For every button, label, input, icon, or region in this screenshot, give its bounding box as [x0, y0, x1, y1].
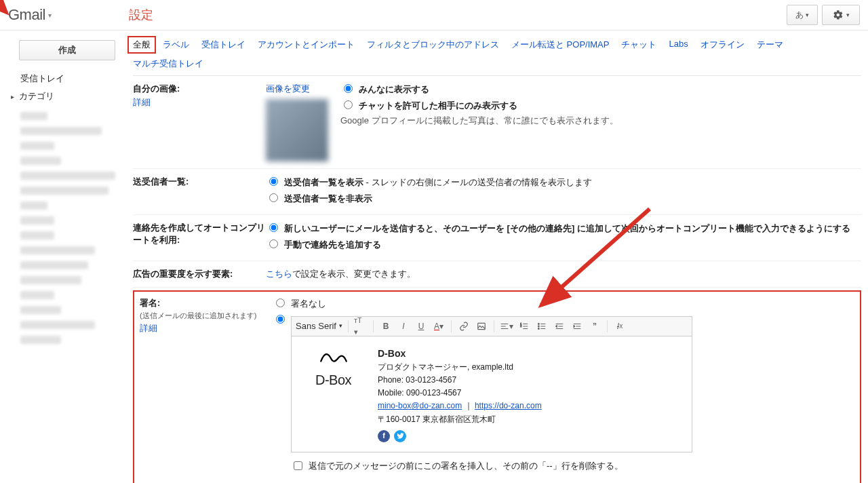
- radio-auto-add[interactable]: 新しいユーザーにメールを送信すると、そのユーザーを [その他の連絡先] に追加し…: [266, 222, 861, 235]
- content: 全般 ラベル 受信トレイ アカウントとインポート フィルタとブロック中のアドレス…: [133, 31, 868, 483]
- topbar-right: あ ▾ ▾: [787, 5, 860, 25]
- tab-filters-blocked[interactable]: フィルタとブロック中のアドレス: [367, 39, 499, 51]
- clear-format-btn[interactable]: Ix: [613, 320, 627, 333]
- main: 作成 受信トレイ カテゴリ 全般: [0, 31, 868, 483]
- ime-button[interactable]: あ ▾: [787, 5, 818, 25]
- section-ads: 広告の重要度を示す要素: こちらで設定を表示、変更できます。: [133, 261, 861, 288]
- gear-icon: [833, 9, 844, 20]
- gmail-logo[interactable]: Gmail ▾: [8, 6, 129, 24]
- section-body: 画像を変更 みんなに表示する チャットを許可した相手にのみ表示する Google…: [266, 83, 861, 161]
- settings-tabs: 全般 ラベル 受信トレイ アカウントとインポート フィルタとブロック中のアドレス…: [133, 31, 861, 76]
- tab-labels[interactable]: ラベル: [163, 39, 189, 51]
- numbered-list-btn[interactable]: 12: [517, 320, 531, 333]
- gmail-logo-text: Gmail: [8, 6, 45, 24]
- sidebar-blurred-items: [20, 112, 106, 344]
- radio-no-signature[interactable]: 署名なし: [273, 297, 854, 311]
- underline-btn[interactable]: U: [414, 320, 428, 333]
- radio-people-hide[interactable]: 送受信者一覧を非表示: [266, 192, 861, 206]
- settings-gear-button[interactable]: ▾: [822, 5, 860, 25]
- radio-show-all[interactable]: みんなに表示する: [340, 83, 618, 96]
- image-btn[interactable]: [475, 320, 488, 333]
- caret-down-icon: ▾: [48, 12, 52, 19]
- section-signature-highlight: 署名: (送信メールの最後に追加されます) 詳細 署名なし Sans Serif…: [133, 290, 861, 483]
- signature-detail-link[interactable]: 詳細: [140, 322, 273, 334]
- indent-more-btn[interactable]: [570, 320, 584, 333]
- radio-manual-add[interactable]: 手動で連絡先を追加する: [266, 238, 861, 252]
- svg-text:2: 2: [520, 325, 521, 328]
- signature-email-link[interactable]: mino-box@do-zan.com: [378, 401, 462, 410]
- insert-signature-checkbox-row[interactable]: 返信で元のメッセージの前にこの署名を挿入し、その前の「--」行を削除する。: [291, 459, 692, 473]
- facebook-icon[interactable]: f: [378, 430, 390, 442]
- radio-show-chat-only[interactable]: チャットを許可した相手にのみ表示する: [340, 99, 618, 113]
- change-image-link[interactable]: 画像を変更: [266, 83, 310, 94]
- signature-social: f: [378, 430, 542, 442]
- indent-less-btn[interactable]: [553, 320, 566, 333]
- detail-link[interactable]: 詳細: [133, 96, 266, 109]
- radio-people-show[interactable]: 送受信者一覧を表示 - スレッドの右側にメールの送受信者の情報を表示します: [266, 176, 861, 189]
- profile-note: Google プロフィールに掲載した写真は、常に誰にでも表示されます。: [340, 115, 618, 127]
- sidebar-item-categories[interactable]: カテゴリ: [4, 88, 133, 105]
- tab-multi-inbox[interactable]: マルチ受信トレイ: [133, 58, 208, 70]
- tab-offline[interactable]: オフライン: [701, 39, 745, 51]
- twitter-icon[interactable]: [394, 430, 406, 442]
- section-label: 自分の画像: 詳細: [133, 83, 266, 109]
- font-size-btn[interactable]: тT ▾: [354, 320, 368, 333]
- editor-body[interactable]: D-Box D-Box プロダクトマネージャー, example.ltd Pho…: [292, 336, 692, 452]
- tab-accounts-import[interactable]: アカウントとインポート: [258, 39, 355, 51]
- page-title: 設定: [129, 7, 153, 23]
- svg-point-4: [538, 326, 539, 327]
- radio-use-signature[interactable]: [276, 315, 285, 324]
- tab-labs[interactable]: Labs: [669, 39, 688, 51]
- compose-button[interactable]: 作成: [19, 40, 115, 60]
- section-people-widget: 送受信者一覧: 送受信者一覧を表示 - スレッドの右側にメールの送受信者の情報を…: [133, 169, 861, 215]
- tab-forwarding-pop-imap[interactable]: メール転送と POP/IMAP: [511, 39, 609, 51]
- bold-btn[interactable]: B: [379, 320, 393, 333]
- tab-chat[interactable]: チャット: [621, 39, 656, 51]
- signature-editor: Sans Serif▾ тT ▾ B I U A▾: [291, 316, 692, 452]
- text-color-btn[interactable]: A▾: [432, 320, 446, 333]
- tab-themes[interactable]: テーマ: [757, 39, 783, 51]
- section-label: 署名: (送信メールの最後に追加されます) 詳細: [140, 297, 273, 334]
- tab-inbox[interactable]: 受信トレイ: [201, 39, 245, 51]
- signature-logo: D-Box: [301, 346, 366, 442]
- bullet-list-btn[interactable]: [535, 320, 549, 333]
- section-signature: 署名: (送信メールの最後に追加されます) 詳細 署名なし Sans Serif…: [140, 297, 854, 482]
- sidebar-item-inbox[interactable]: 受信トレイ: [4, 70, 133, 88]
- editor-toolbar: Sans Serif▾ тT ▾ B I U A▾: [292, 317, 692, 336]
- section-autocomplete: 連絡先を作成してオートコンプリートを利用: 新しいユーザーにメールを送信すると、…: [133, 215, 861, 261]
- svg-point-3: [538, 323, 539, 324]
- insert-signature-checkbox[interactable]: [294, 461, 302, 470]
- topbar: Gmail ▾ 設定 あ ▾ ▾: [0, 0, 868, 31]
- wave-icon: [301, 346, 366, 370]
- link-btn[interactable]: [457, 320, 471, 333]
- signature-url-link[interactable]: https://do-zan.com: [475, 401, 542, 410]
- signature-details: D-Box プロダクトマネージャー, example.ltd Phone: 03…: [378, 346, 542, 442]
- section-profile-image: 自分の画像: 詳細 画像を変更 みんなに表示する チャットを許可した相手にのみ表…: [133, 76, 861, 169]
- tab-general[interactable]: 全般: [127, 36, 156, 54]
- quote-btn[interactable]: ”: [588, 320, 601, 333]
- sidebar: 作成 受信トレイ カテゴリ: [0, 31, 133, 483]
- profile-thumbnail: [266, 99, 328, 161]
- font-select[interactable]: Sans Serif▾: [296, 320, 342, 333]
- ads-settings-link[interactable]: こちら: [266, 269, 292, 279]
- align-btn[interactable]: ▾: [500, 320, 513, 333]
- svg-point-5: [538, 328, 539, 329]
- italic-btn[interactable]: I: [397, 320, 410, 333]
